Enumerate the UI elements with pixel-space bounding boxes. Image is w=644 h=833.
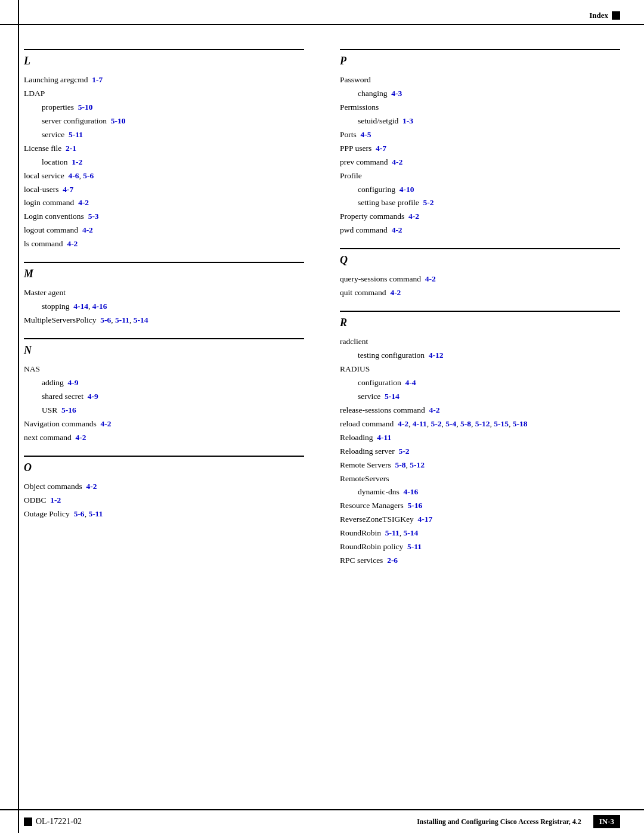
page-ref[interactable]: 4-11 (377, 433, 391, 442)
page-ref[interactable]: 4-2 (101, 419, 112, 428)
page-ref[interactable]: 5-11 (115, 315, 129, 324)
page-ref[interactable]: 5-12 (475, 419, 490, 428)
index-entry: Resource Managers 5-16 (340, 499, 620, 513)
page-ref[interactable]: 4-2 (67, 239, 78, 248)
page-ref[interactable]: 4-2 (429, 405, 440, 414)
index-entry: RPC services 2-6 (340, 554, 620, 568)
page-ref[interactable]: 4-9 (68, 378, 79, 387)
page-ref[interactable]: 1-2 (72, 157, 82, 166)
page-ref[interactable]: 4-7 (63, 185, 73, 194)
entry-text: local-users 4-7 (24, 183, 304, 197)
page-ref[interactable]: 4-2 (408, 212, 419, 221)
page-ref[interactable]: 5-16 (408, 501, 423, 510)
entry-text: reload command 4-2, 4-11, 5-2, 5-4, 5-8,… (340, 417, 620, 431)
page-ref[interactable]: 5-10 (111, 116, 126, 125)
page-ref[interactable]: 4-2 (82, 225, 93, 234)
page-ref[interactable]: 5-8 (460, 419, 471, 428)
page-ref[interactable]: 4-7 (376, 144, 386, 153)
right-column: PPasswordchanging 4-3Permissionssetuid/s… (322, 43, 620, 578)
section-N: NNASadding 4-9shared secret 4-9USR 5-16N… (24, 338, 304, 445)
index-entry: Master agent (24, 286, 304, 300)
page-ref[interactable]: 5-11 (88, 509, 103, 518)
page-ref[interactable]: 4-2 (390, 288, 401, 297)
index-entry: Property commands 4-2 (340, 210, 620, 224)
entry-text: query-sessions command 4-2 (340, 272, 620, 286)
page-ref[interactable]: 5-2 (431, 419, 442, 428)
entry-text: Ports 4-5 (340, 128, 620, 142)
index-entry: Permissions (340, 101, 620, 114)
top-right-index: Index (589, 11, 620, 20)
page-ref[interactable]: 4-3 (391, 89, 402, 98)
page-ref[interactable]: 5-15 (494, 419, 509, 428)
index-entry: testing configuration 4-12 (340, 349, 620, 363)
page-ref[interactable]: 4-2 (76, 433, 86, 442)
page-ref[interactable]: 5-10 (78, 103, 93, 112)
page-ref[interactable]: 4-9 (88, 392, 98, 401)
page-ref[interactable]: 5-18 (513, 419, 528, 428)
page-ref[interactable]: 5-14 (404, 528, 419, 537)
page-ref[interactable]: 4-2 (398, 419, 408, 428)
page-ref[interactable]: 5-8 (395, 460, 406, 469)
page-ref[interactable]: 4-2 (392, 157, 402, 166)
entry-text: setting base profile 5-2 (340, 196, 620, 210)
page-ref[interactable]: 1-2 (50, 496, 61, 504)
page-ref[interactable]: 4-2 (86, 482, 97, 491)
page-ref[interactable]: 5-14 (134, 315, 148, 324)
entry-text: USR 5-16 (24, 404, 304, 417)
index-entry: MultipleServersPolicy 5-6, 5-11, 5-14 (24, 314, 304, 327)
page-ref[interactable]: 5-11 (69, 130, 83, 139)
page-ref[interactable]: 4-12 (429, 351, 444, 360)
page-ref[interactable]: 5-16 (61, 405, 76, 414)
entry-text: release-sessions command 4-2 (340, 404, 620, 417)
page-ref[interactable]: 1-3 (402, 116, 413, 125)
page-ref[interactable]: 5-4 (445, 419, 456, 428)
page-ref[interactable]: 4-10 (400, 185, 414, 194)
section-P: PPasswordchanging 4-3Permissionssetuid/s… (340, 49, 620, 237)
index-entry: prev command 4-2 (340, 156, 620, 169)
entry-text: Profile (340, 169, 620, 183)
section-O: OObject commands 4-2ODBC 1-2Outage Polic… (24, 456, 304, 521)
page-ref[interactable]: 4-11 (413, 419, 427, 428)
page-ref[interactable]: 5-2 (399, 447, 410, 456)
page-ref[interactable]: 5-6 (74, 509, 85, 518)
entry-text: Master agent (24, 286, 304, 300)
page-ref[interactable]: 5-3 (88, 212, 99, 221)
page-ref[interactable]: 4-5 (361, 130, 371, 139)
index-entry: USR 5-16 (24, 404, 304, 417)
black-square-icon (612, 11, 620, 20)
entry-text: ReverseZoneTSIGKey 4-17 (340, 513, 620, 527)
page-ref[interactable]: 5-6 (100, 315, 111, 324)
entry-text: configuration 4-4 (340, 376, 620, 390)
entry-text: License file 2-1 (24, 142, 304, 156)
entry-text: RADIUS (340, 363, 620, 376)
page-ref[interactable]: 5-2 (423, 198, 434, 207)
page-ref[interactable]: 4-4 (405, 378, 416, 387)
page-ref[interactable]: 4-17 (417, 515, 432, 524)
index-entry: PPP users 4-7 (340, 142, 620, 156)
entry-text: NAS (24, 363, 304, 376)
page-ref[interactable]: 2-1 (66, 144, 76, 153)
footer-left: OL-17221-02 (24, 817, 82, 826)
footer: OL-17221-02 Installing and Configuring C… (0, 809, 644, 833)
page-ref[interactable]: 4-2 (78, 198, 89, 207)
entry-text: properties 5-10 (24, 101, 304, 114)
page-ref[interactable]: 4-14 (73, 302, 88, 311)
page-ref[interactable]: 5-12 (410, 460, 425, 469)
index-entry: setting base profile 5-2 (340, 196, 620, 210)
page-ref[interactable]: 4-2 (425, 274, 436, 283)
page-ref[interactable]: 4-16 (92, 302, 107, 311)
page-ref[interactable]: 4-16 (404, 487, 419, 496)
page-ref[interactable]: 5-11 (407, 542, 422, 551)
page-ref[interactable]: 1-7 (92, 75, 103, 84)
page-ref[interactable]: 4-2 (392, 225, 402, 234)
entry-text: Property commands 4-2 (340, 210, 620, 224)
index-entry: Profile (340, 169, 620, 183)
page-ref[interactable]: 2-6 (387, 556, 398, 565)
index-entry: shared secret 4-9 (24, 390, 304, 404)
index-entry: RoundRobin policy 5-11 (340, 540, 620, 554)
page-ref[interactable]: 5-14 (385, 392, 400, 401)
page-ref[interactable]: 4-6 (69, 171, 79, 180)
page-ref[interactable]: 5-11 (385, 528, 400, 537)
index-entry: logout command 4-2 (24, 224, 304, 237)
page-ref[interactable]: 5-6 (83, 171, 94, 180)
